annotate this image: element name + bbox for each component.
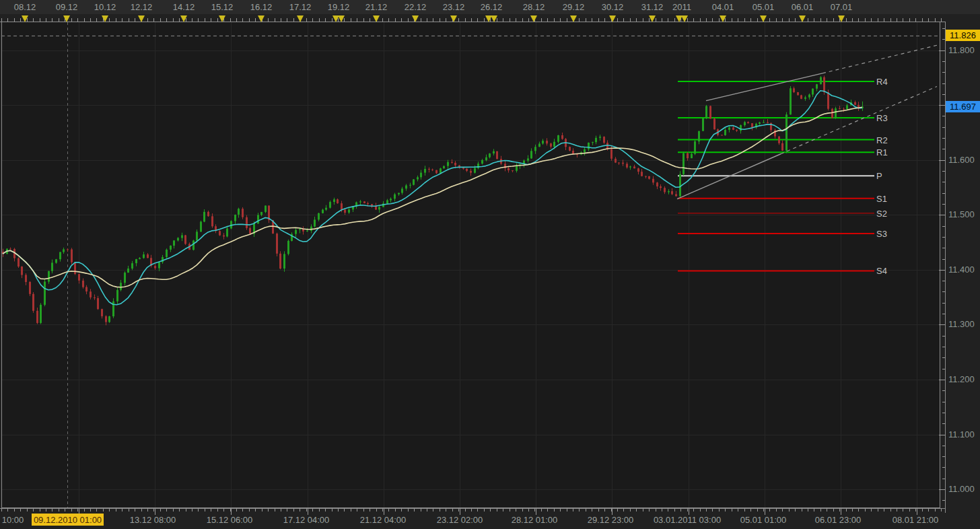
candle xyxy=(417,177,419,179)
bottom-time-label: 21.12 04:00 xyxy=(360,515,407,525)
time-marker-triangle-icon[interactable] xyxy=(570,15,577,22)
candle xyxy=(470,171,472,173)
candle xyxy=(44,282,46,305)
candle xyxy=(645,176,647,177)
candle xyxy=(709,106,711,119)
price-tick-label: 11.100 xyxy=(948,429,975,439)
time-marker-triangle-icon[interactable] xyxy=(760,15,767,22)
time-marker-triangle-icon[interactable] xyxy=(412,15,419,22)
candle xyxy=(359,201,361,202)
candle xyxy=(18,258,20,267)
candle xyxy=(9,249,11,250)
candle xyxy=(781,143,783,151)
candle xyxy=(341,203,343,210)
candle xyxy=(242,209,244,217)
candle xyxy=(276,234,278,254)
candle xyxy=(135,259,137,263)
candle xyxy=(116,290,118,302)
candle xyxy=(790,88,792,114)
candle xyxy=(454,163,456,166)
time-marker-triangle-icon[interactable] xyxy=(338,15,345,22)
candle xyxy=(641,172,643,176)
candle xyxy=(512,170,514,171)
time-marker-triangle-icon[interactable] xyxy=(609,15,616,22)
bottom-time-label: 05.01 01:00 xyxy=(740,515,787,525)
time-marker-triangle-icon[interactable] xyxy=(219,15,225,22)
candle xyxy=(82,281,84,287)
candle xyxy=(78,274,80,281)
candle xyxy=(804,98,806,99)
current-price-badge: 11.697 xyxy=(946,101,980,112)
candle xyxy=(797,92,799,96)
time-marker-triangle-icon[interactable] xyxy=(258,15,265,22)
candle xyxy=(181,236,183,238)
candle xyxy=(378,207,380,210)
time-marker-triangle-icon[interactable] xyxy=(102,15,108,22)
candle xyxy=(94,297,96,298)
candle xyxy=(622,163,624,164)
candle xyxy=(90,291,92,297)
time-marker-triangle-icon[interactable] xyxy=(297,15,304,22)
price-tick-label: 11.400 xyxy=(948,264,975,275)
time-marker-triangle-icon[interactable] xyxy=(838,15,845,22)
time-marker-triangle-icon[interactable] xyxy=(138,15,145,22)
time-marker-triangle-icon[interactable] xyxy=(485,15,492,22)
candle xyxy=(744,122,746,125)
time-marker-triangle-icon[interactable] xyxy=(63,15,70,22)
candle xyxy=(97,298,99,309)
time-marker-triangle-icon[interactable] xyxy=(373,15,380,22)
candle xyxy=(219,231,221,235)
candle xyxy=(196,232,198,240)
candle xyxy=(557,135,559,142)
bottom-time-label: 15.12 06:00 xyxy=(207,515,253,525)
time-marker-triangle-icon[interactable] xyxy=(681,15,688,22)
candle xyxy=(184,236,186,244)
candle xyxy=(820,77,822,85)
bottom-time-label: 13.12 08:00 xyxy=(130,515,176,525)
candle xyxy=(603,137,605,143)
candle xyxy=(671,191,673,194)
candle xyxy=(516,166,518,171)
candle xyxy=(226,229,228,237)
candle xyxy=(652,179,654,183)
price-tick-label: 11.600 xyxy=(948,155,975,165)
candle xyxy=(592,142,594,143)
candle xyxy=(610,149,612,159)
candle xyxy=(265,206,267,212)
candle xyxy=(785,114,788,151)
candle xyxy=(105,316,107,322)
candle xyxy=(588,143,590,149)
candle xyxy=(223,236,225,237)
price-tick-label: 11.300 xyxy=(948,319,975,329)
bottom-time-label: 23.12 02:00 xyxy=(437,515,483,525)
time-marker-triangle-icon[interactable] xyxy=(799,15,806,22)
time-marker-triangle-icon[interactable] xyxy=(450,15,457,22)
candle xyxy=(751,123,753,127)
candle xyxy=(108,316,110,322)
candle xyxy=(740,125,742,131)
candle xyxy=(793,88,795,92)
candle xyxy=(767,122,769,123)
price-tick-label: 11.200 xyxy=(948,374,975,384)
candle xyxy=(59,252,61,260)
bottom-time-label: 10:00 xyxy=(2,515,24,525)
pivot-label-p: P xyxy=(876,171,882,181)
candle xyxy=(443,166,445,168)
time-marker-triangle-icon[interactable] xyxy=(530,15,537,22)
time-marker-triangle-icon[interactable] xyxy=(491,15,497,22)
candle xyxy=(668,191,670,192)
candle xyxy=(295,230,297,234)
time-marker-triangle-icon[interactable] xyxy=(649,15,656,22)
candle xyxy=(778,137,780,143)
candle xyxy=(728,127,730,130)
candle xyxy=(63,249,65,252)
candle xyxy=(747,122,749,123)
candle xyxy=(124,273,126,283)
time-marker-triangle-icon[interactable] xyxy=(676,15,682,22)
trading-chart-window: 08.1209.1210.1212.1214.1215.1216.1217.12… xyxy=(0,0,980,529)
candle xyxy=(257,215,259,223)
price-chart-canvas[interactable]: R4R3R2R1PS1S2S3S4 xyxy=(0,0,980,529)
candle xyxy=(763,122,765,123)
candle xyxy=(800,96,802,99)
candle xyxy=(36,311,38,323)
